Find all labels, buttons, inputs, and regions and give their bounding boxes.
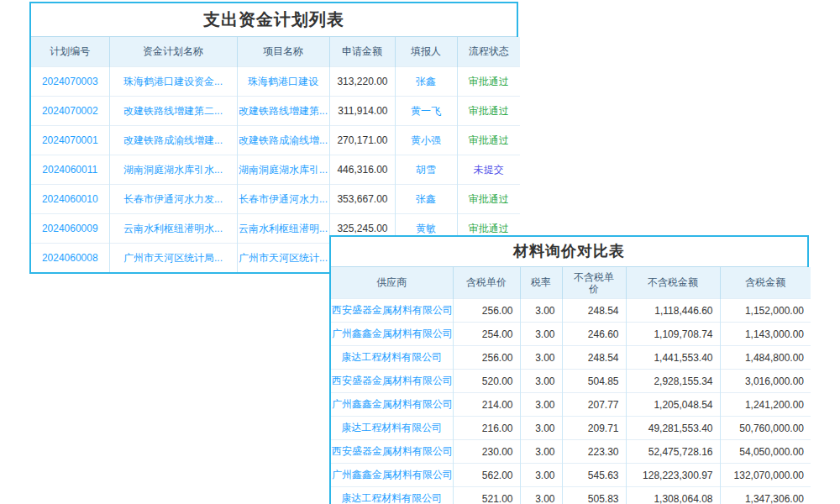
material-inquiry-row[interactable]: 西安盛器金属材料有限公司 230.00 3.00 223.30 52,475,7… (331, 440, 811, 464)
material-inquiry-row[interactable]: 西安盛器金属材料有限公司 256.00 3.00 248.54 1,118,44… (331, 299, 811, 323)
fund-plan-name-link[interactable]: 广州市天河区统计局... (109, 244, 237, 273)
tax-amount-cell: 1,143,000.00 (720, 323, 811, 346)
expense-plan-row[interactable]: 2024070003 珠海鹤港口建设资金... 珠海鹤港口建设 313,220.… (31, 67, 520, 97)
col-header-tax-amount: 含税金额 (720, 267, 811, 299)
net-price-cell: 223.30 (562, 440, 626, 464)
tax-amount-cell: 1,347,306.00 (720, 487, 811, 504)
reporter-cell[interactable]: 黄小强 (395, 126, 457, 155)
project-name-link[interactable]: 珠海鹤港口建设 (237, 67, 329, 97)
flow-status-badge: 审批通过 (457, 126, 520, 155)
plan-no-link[interactable]: 2024060009 (31, 214, 109, 244)
fund-plan-name-link[interactable]: 长春市伊通河水力发... (109, 185, 237, 214)
net-price-cell: 504.85 (562, 370, 626, 393)
reporter-cell[interactable]: 黄一飞 (395, 97, 457, 126)
tax-rate-cell: 3.00 (520, 323, 562, 346)
fund-plan-name-link[interactable]: 珠海鹤港口建设资金... (109, 67, 237, 97)
project-name-link[interactable]: 长春市伊通河水力... (237, 185, 329, 214)
col-header-plan-no: 计划编号 (31, 37, 109, 67)
net-amount-cell: 1,118,446.60 (626, 299, 720, 323)
net-price-cell: 248.54 (562, 346, 626, 370)
col-header-flow-status: 流程状态 (457, 37, 520, 67)
supplier-link[interactable]: 康达工程材料有限公司 (331, 346, 453, 370)
expense-plan-row[interactable]: 2024060011 湖南洞庭湖水库引水... 湖南洞庭湖水库引... 446,… (31, 155, 520, 185)
supplier-link[interactable]: 西安盛器金属材料有限公司 (331, 299, 453, 323)
reporter-cell[interactable]: 张鑫 (395, 67, 457, 97)
tax-amount-cell: 1,484,800.00 (720, 346, 811, 370)
material-inquiry-row[interactable]: 康达工程材料有限公司 216.00 3.00 209.71 49,281,553… (331, 417, 811, 440)
plan-no-link[interactable]: 2024070001 (31, 126, 109, 155)
material-inquiry-compare-panel: 材料询价对比表 供应商 含税单价 税率 不含税单价 不含税金额 含税金额 西安盛… (329, 235, 809, 504)
expense-plan-row[interactable]: 2024070001 改建铁路成渝线增建... 改建铁路成渝线增... 270,… (31, 126, 520, 155)
net-amount-cell: 52,475,728.16 (626, 440, 720, 464)
flow-status-badge: 审批通过 (457, 97, 520, 126)
plan-no-link[interactable]: 2024070002 (31, 97, 109, 126)
plan-no-link[interactable]: 2024060010 (31, 185, 109, 214)
reporter-cell[interactable]: 胡雪 (395, 155, 457, 185)
tax-price-cell: 216.00 (453, 417, 520, 440)
net-amount-cell: 49,281,553.40 (626, 417, 720, 440)
tax-amount-cell: 3,016,000.00 (720, 370, 811, 393)
plan-no-link[interactable]: 2024060008 (31, 244, 109, 273)
material-inquiry-row[interactable]: 广州鑫鑫金属材料有限公司 254.00 3.00 246.60 1,109,70… (331, 323, 811, 346)
net-amount-cell: 2,928,155.34 (626, 370, 720, 393)
expense-plan-table-title: 支出资金计划列表 (31, 3, 517, 37)
tax-price-cell: 562.00 (453, 464, 520, 487)
net-amount-cell: 1,308,064.08 (626, 487, 720, 504)
expense-fund-plan-panel: 支出资金计划列表 计划编号 资金计划名称 项目名称 申请金额 填报人 流程状态 … (29, 2, 518, 274)
reporter-cell[interactable]: 张鑫 (395, 185, 457, 214)
material-inquiry-row[interactable]: 广州鑫鑫金属材料有限公司 214.00 3.00 207.77 1,205,04… (331, 393, 811, 417)
col-header-net-price: 不含税单价 (562, 267, 626, 299)
tax-rate-cell: 3.00 (520, 487, 562, 504)
expense-plan-header-row: 计划编号 资金计划名称 项目名称 申请金额 填报人 流程状态 (31, 37, 520, 67)
apply-amount-cell: 311,914.00 (329, 97, 395, 126)
net-price-cell: 505.83 (562, 487, 626, 504)
col-header-tax-rate: 税率 (520, 267, 562, 299)
apply-amount-cell: 446,316.00 (329, 155, 395, 185)
plan-no-link[interactable]: 2024060011 (31, 155, 109, 185)
tax-rate-cell: 3.00 (520, 417, 562, 440)
flow-status-badge: 未提交 (457, 155, 520, 185)
fund-plan-name-link[interactable]: 云南水利枢纽潜明水... (109, 214, 237, 244)
supplier-link[interactable]: 西安盛器金属材料有限公司 (331, 440, 453, 464)
apply-amount-cell: 353,667.00 (329, 185, 395, 214)
expense-plan-row[interactable]: 2024070002 改建铁路线增建第二... 改建铁路线增建第... 311,… (31, 97, 520, 126)
flow-status-badge: 审批通过 (457, 185, 520, 214)
material-inquiry-table-title: 材料询价对比表 (331, 237, 807, 267)
material-inquiry-row[interactable]: 西安盛器金属材料有限公司 520.00 3.00 504.85 2,928,15… (331, 370, 811, 393)
material-inquiry-row[interactable]: 广州鑫鑫金属材料有限公司 562.00 3.00 545.63 128,223,… (331, 464, 811, 487)
material-inquiry-table: 供应商 含税单价 税率 不含税单价 不含税金额 含税金额 西安盛器金属材料有限公… (331, 267, 811, 504)
fund-plan-name-link[interactable]: 改建铁路成渝线增建... (109, 126, 237, 155)
project-name-link[interactable]: 云南水利枢纽潜明... (237, 214, 329, 244)
fund-plan-name-link[interactable]: 改建铁路线增建第二... (109, 97, 237, 126)
tax-rate-cell: 3.00 (520, 440, 562, 464)
project-name-link[interactable]: 广州市天河区统计... (237, 244, 329, 273)
project-name-link[interactable]: 改建铁路成渝线增... (237, 126, 329, 155)
supplier-link[interactable]: 西安盛器金属材料有限公司 (331, 370, 453, 393)
col-header-fund-plan-name: 资金计划名称 (109, 37, 237, 67)
tax-amount-cell: 50,760,000.00 (720, 417, 811, 440)
net-amount-cell: 1,205,048.54 (626, 393, 720, 417)
net-amount-cell: 1,441,553.40 (626, 346, 720, 370)
col-header-net-amount: 不含税金额 (626, 267, 720, 299)
tax-price-cell: 214.00 (453, 393, 520, 417)
supplier-link[interactable]: 广州鑫鑫金属材料有限公司 (331, 323, 453, 346)
supplier-link[interactable]: 广州鑫鑫金属材料有限公司 (331, 393, 453, 417)
supplier-link[interactable]: 康达工程材料有限公司 (331, 417, 453, 440)
col-header-reporter: 填报人 (395, 37, 457, 67)
supplier-link[interactable]: 康达工程材料有限公司 (331, 487, 453, 504)
net-amount-cell: 128,223,300.97 (626, 464, 720, 487)
net-price-cell: 209.71 (562, 417, 626, 440)
tax-price-cell: 230.00 (453, 440, 520, 464)
material-inquiry-row[interactable]: 康达工程材料有限公司 521.00 3.00 505.83 1,308,064.… (331, 487, 811, 504)
plan-no-link[interactable]: 2024070003 (31, 67, 109, 97)
col-header-supplier: 供应商 (331, 267, 453, 299)
fund-plan-name-link[interactable]: 湖南洞庭湖水库引水... (109, 155, 237, 185)
net-price-cell: 207.77 (562, 393, 626, 417)
supplier-link[interactable]: 广州鑫鑫金属材料有限公司 (331, 464, 453, 487)
expense-plan-row[interactable]: 2024060010 长春市伊通河水力发... 长春市伊通河水力... 353,… (31, 185, 520, 214)
tax-rate-cell: 3.00 (520, 346, 562, 370)
material-inquiry-row[interactable]: 康达工程材料有限公司 256.00 3.00 248.54 1,441,553.… (331, 346, 811, 370)
project-name-link[interactable]: 改建铁路线增建第... (237, 97, 329, 126)
col-header-tax-price: 含税单价 (453, 267, 520, 299)
project-name-link[interactable]: 湖南洞庭湖水库引... (237, 155, 329, 185)
